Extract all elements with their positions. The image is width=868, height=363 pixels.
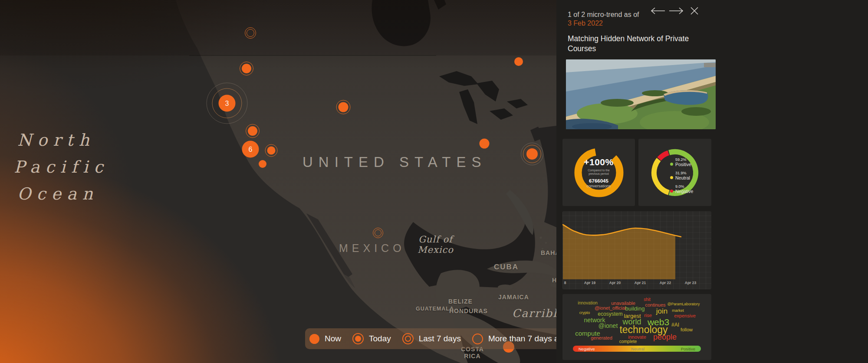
word-cloud-term: shit xyxy=(644,298,651,302)
label-united-states: UNITED STATES xyxy=(302,154,487,170)
close-icon xyxy=(689,6,700,16)
word-cloud-term: join xyxy=(656,307,667,315)
map-marker-cluster-6[interactable]: 6 xyxy=(242,141,259,158)
arrow-left-icon xyxy=(649,6,667,16)
map-marker-today[interactable] xyxy=(242,64,251,73)
map-marker-now[interactable] xyxy=(514,57,523,66)
trend-area-chart: 8Apr 19Apr 20Apr 21Apr 22Apr 23 xyxy=(562,211,711,289)
map-marker-last7days[interactable] xyxy=(245,27,256,39)
bar-negative-label: Negative xyxy=(579,347,595,351)
volume-donut-chart: +100% Compared to theprevious period 676… xyxy=(570,144,628,202)
map-canvas[interactable]: North Pacific Ocean UNITED STATES MEXICO… xyxy=(0,0,556,363)
word-cloud-term: @ParamLaboratory xyxy=(667,302,700,306)
word-cloud-term: complete xyxy=(619,340,637,344)
word-cloud-card: innovationunavailableshitcontinues@Param… xyxy=(562,294,711,360)
next-trend-button[interactable] xyxy=(667,5,685,16)
volume-donut-card: +100% Compared to theprevious period 676… xyxy=(562,139,635,206)
word-cloud-term: follow xyxy=(681,327,693,332)
label-mexico: MEXICO xyxy=(339,242,405,255)
trend-photo xyxy=(566,59,716,129)
conversation-count: 6766045 xyxy=(589,178,608,183)
label-haiti: HAITI xyxy=(552,277,556,284)
volume-caption: Compared to theprevious period xyxy=(588,169,610,176)
map-time-legend: Now Today Last 7 days More than 7 days a… xyxy=(305,328,556,349)
double-ring-icon xyxy=(402,333,414,344)
now-dot-icon xyxy=(309,334,319,344)
map-marker-today[interactable] xyxy=(248,126,257,136)
x-tick-label: 8 xyxy=(564,281,566,285)
bar-neutral-label: Neutral xyxy=(631,347,644,351)
label-honduras: HONDURAS xyxy=(449,307,488,314)
legend-item-now: Now xyxy=(309,334,341,344)
word-cloud-term: building xyxy=(625,306,645,311)
x-tick-label: Apr 20 xyxy=(609,281,621,285)
sentiment-gradient-bar: Negative Neutral Positive xyxy=(573,346,701,352)
x-tick-label: Apr 21 xyxy=(635,281,646,285)
sentiment-legend-positive: 59.2% Positive xyxy=(670,157,693,167)
map-marker-today[interactable] xyxy=(267,147,276,155)
x-tick-label: Apr 23 xyxy=(685,281,696,285)
label-north-pacific-ocean: North Pacific Ocean xyxy=(17,127,108,207)
word-cloud-term: #AI xyxy=(671,322,679,327)
map-marker-cluster-3[interactable]: 3 xyxy=(219,95,236,112)
sentiment-legend: 59.2% Positive 31.9% Neutral 9.0% Negati… xyxy=(670,157,693,198)
legend-item-today: Today xyxy=(352,333,391,344)
word-cloud-term: @ionet xyxy=(598,323,618,329)
word-cloud-term: market xyxy=(672,309,684,313)
micro-trend-panel: 1 of 2 micro-trend as of 3 Feb 2022 Matc… xyxy=(556,0,868,363)
map-marker-now[interactable] xyxy=(259,160,266,168)
word-cloud-term: generated xyxy=(591,336,612,340)
close-panel-button[interactable] xyxy=(689,5,702,16)
word-cloud-term: ecosystem xyxy=(598,311,622,317)
word-cloud-term: crypto xyxy=(579,311,590,315)
x-tick-label: Apr 22 xyxy=(660,281,671,285)
map-marker-last7days[interactable] xyxy=(373,228,383,238)
label-guatemala: GUATEMALA xyxy=(416,305,454,312)
trend-title: Matching Hidden Network of Private Cours… xyxy=(568,34,711,54)
sentiment-donut-card: 59.2% Positive 31.9% Neutral 9.0% Negati… xyxy=(638,139,711,206)
sentiment-legend-negative: 9.0% Negative xyxy=(670,184,693,194)
word-cloud-term: innovation xyxy=(578,301,598,305)
label-caribbean-sea: Carribbean xyxy=(512,307,556,320)
label-jamaica: JAMAICA xyxy=(498,294,529,301)
volume-change-value: +100% xyxy=(584,157,613,167)
trend-chart-card: 8Apr 19Apr 20Apr 21Apr 22Apr 23 xyxy=(562,211,711,289)
x-tick-label: Apr 19 xyxy=(584,281,595,285)
empty-ring-icon xyxy=(472,334,483,344)
sentiment-donut-chart: 59.2% Positive 31.9% Neutral 9.0% Negati… xyxy=(646,144,704,202)
word-cloud-term: innovate xyxy=(628,335,646,340)
positive-dot-icon xyxy=(670,163,673,166)
word-cloud-term: @ionet_official xyxy=(595,306,626,311)
word-cloud-term: expensive xyxy=(674,314,696,318)
volume-donut-center: +100% Compared to theprevious period 676… xyxy=(570,144,628,202)
map-marker-now[interactable] xyxy=(480,139,490,149)
label-belize: BELIZE xyxy=(448,298,473,305)
prev-trend-button[interactable] xyxy=(649,5,667,16)
map-marker-today[interactable] xyxy=(339,102,349,112)
word-cloud-term: people xyxy=(653,333,677,341)
arrow-right-icon xyxy=(667,6,685,16)
map-marker-ringed[interactable] xyxy=(526,148,538,160)
label-cuba: CUBA xyxy=(494,264,519,271)
label-gulf-of-mexico: Gulf ofMexico xyxy=(418,234,454,255)
legend-item-more-than-7-days: More than 7 days ago xyxy=(472,334,556,344)
sentiment-legend-neutral: 31.9% Neutral xyxy=(670,171,693,180)
negative-dot-icon xyxy=(670,190,673,193)
conversation-count-label: conversations xyxy=(587,184,611,188)
pager-date: 3 Feb 2022 xyxy=(568,19,717,28)
app-window: North Pacific Ocean UNITED STATES MEXICO… xyxy=(0,0,868,363)
today-ring-dot-icon xyxy=(352,333,364,344)
label-the-bahamas: THEBAHAMAS xyxy=(552,242,556,257)
legend-item-last-7-days: Last 7 days xyxy=(402,333,461,344)
bar-positive-label: Positive xyxy=(681,347,695,351)
neutral-dot-icon xyxy=(670,176,673,179)
